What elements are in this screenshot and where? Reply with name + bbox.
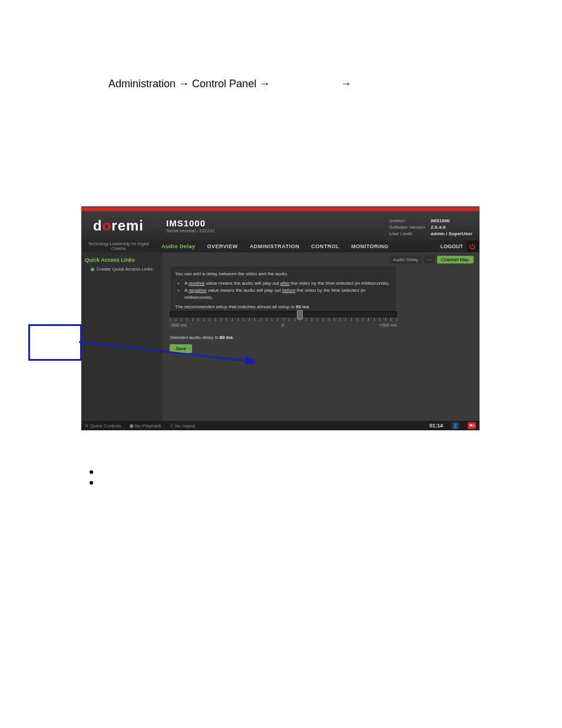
- audio-delay-slider[interactable]: -500 ms 0 +500 ms: [170, 311, 397, 328]
- slider-thumb[interactable]: [297, 310, 303, 319]
- info-key: Screen:: [389, 218, 427, 223]
- subnav-mini-icon[interactable]: ⋯: [424, 256, 435, 263]
- bullet-dot: [90, 481, 93, 485]
- bullet-list: [90, 470, 93, 492]
- info-key: Software Version:: [389, 225, 427, 230]
- info-bullet: A positive value means the audio will pl…: [184, 280, 392, 287]
- nav-tab-administration[interactable]: ADMINISTRATION: [244, 243, 305, 249]
- slider-scale-labels: -500 ms 0 +500 ms: [170, 322, 397, 328]
- main-nav: Technology Leadership for Digital Cinema…: [81, 241, 480, 252]
- breadcrumb-arrow: →: [259, 78, 270, 90]
- nav-tab-monitoring[interactable]: MONITORING: [345, 243, 394, 249]
- footer-quick-controls[interactable]: ✕ Quick Controls: [85, 423, 121, 429]
- nav-tab-control[interactable]: CONTROL: [305, 243, 345, 249]
- subnav-audio-delay[interactable]: Audio Delay: [389, 256, 422, 263]
- info-value: admin / SuperUser: [431, 231, 472, 236]
- tagline: Technology Leadership for Digital Cinema: [81, 242, 156, 251]
- slider-zero: 0: [282, 322, 284, 328]
- slider-max: +500 ms: [379, 322, 397, 328]
- save-callout-box: [28, 324, 82, 361]
- slider-track[interactable]: [170, 311, 397, 317]
- logo-highlight: o: [103, 218, 112, 234]
- info-line: You can add a delay between the video an…: [175, 271, 392, 278]
- footer-clock: 01:14: [429, 423, 443, 429]
- selected-delay-text: Selected audio delay is 80 ms.: [170, 335, 234, 340]
- breadcrumb-part: Administration: [108, 78, 176, 90]
- serial-number: Serial Number: 332132: [166, 228, 214, 233]
- bullet-dot: [90, 470, 93, 474]
- app-header: doremi IMS1000 Serial Number: 332132 Scr…: [81, 211, 480, 241]
- breadcrumb-arrow: →: [340, 78, 351, 90]
- logo-part: remi: [111, 218, 144, 234]
- app-screenshot: doremi IMS1000 Serial Number: 332132 Scr…: [81, 206, 480, 430]
- info-key: User Level:: [389, 231, 427, 236]
- sidebar-title: Quick Access Links: [85, 257, 159, 263]
- footer-ingest-status: ⇩ No Ingest: [170, 423, 195, 429]
- footer-alert-badge[interactable]: ⚑1: [468, 422, 476, 429]
- system-info: Screen:IMS1000 Software Version:2.6.4-0 …: [389, 218, 472, 236]
- breadcrumb-part: Control Panel: [192, 78, 256, 90]
- product-title: IMS1000: [166, 218, 214, 228]
- nav-tab-audio-delay[interactable]: Audio Delay: [156, 243, 201, 249]
- footer-user-icon[interactable]: 👤: [451, 422, 459, 429]
- logout-button[interactable]: LOGOUT: [441, 243, 464, 249]
- brand-logo: doremi: [81, 211, 156, 241]
- info-bullet: A negative value means the audio will pl…: [184, 287, 392, 301]
- breadcrumb-arrow: →: [178, 78, 189, 90]
- footer-playback-status: ◼ No Playback: [130, 423, 161, 429]
- info-value: IMS1000: [431, 218, 472, 223]
- nav-tab-overview[interactable]: OVERVIEW: [201, 243, 244, 249]
- save-button[interactable]: Save: [170, 344, 192, 353]
- subnav-channel-map[interactable]: Channel Map.: [437, 256, 474, 263]
- info-value: 2.6.4-0: [431, 225, 472, 230]
- slider-ticks: [170, 318, 397, 321]
- sidebar-create-link[interactable]: Create Quick Access Links: [85, 266, 159, 272]
- info-panel: You can add a delay between the video an…: [170, 265, 397, 316]
- info-recommended: The recommended setup that matches almos…: [175, 304, 392, 311]
- logo-part: d: [93, 218, 103, 234]
- power-icon[interactable]: [467, 241, 478, 252]
- sub-nav: Audio Delay ⋯ Channel Map.: [389, 256, 474, 263]
- breadcrumb: Administration → Control Panel → →: [108, 78, 351, 90]
- content-area: Audio Delay ⋯ Channel Map. You can add a…: [163, 252, 480, 421]
- product-title-block: IMS1000 Serial Number: 332132: [166, 218, 214, 233]
- status-bar: ✕ Quick Controls ◼ No Playback ⇩ No Inge…: [81, 421, 480, 430]
- slider-min: -500 ms: [170, 322, 187, 328]
- sidebar: Quick Access Links Create Quick Access L…: [81, 252, 163, 421]
